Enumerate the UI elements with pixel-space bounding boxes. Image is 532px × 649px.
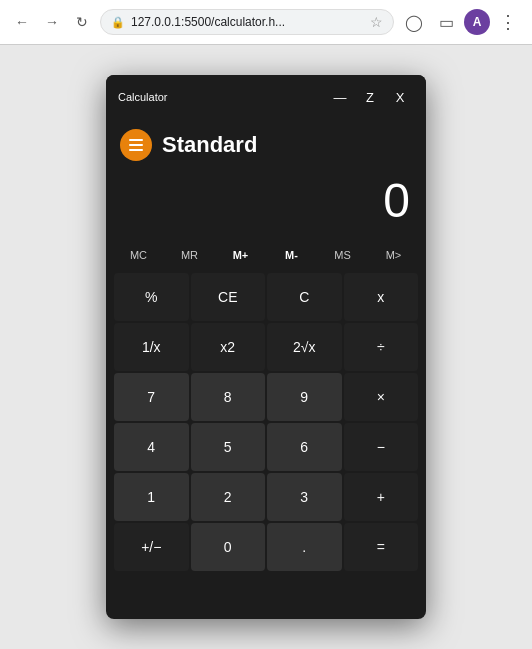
browser-chrome: ← → ↻ 🔒 127.0.0.1:5500/calculator.h... ☆… [0, 0, 532, 45]
reload-button[interactable]: ↻ [70, 10, 94, 34]
six-button[interactable]: 6 [267, 423, 342, 471]
window-controls: — Z X [326, 83, 414, 111]
sqrt-button[interactable]: 2√x [267, 323, 342, 371]
mminus-button[interactable]: M- [267, 241, 316, 269]
mc-button[interactable]: MC [114, 241, 163, 269]
page-content: Calculator — Z X Standard 0 MC [0, 45, 532, 649]
one-button[interactable]: 1 [114, 473, 189, 521]
ce-button[interactable]: CE [191, 273, 266, 321]
ms-button[interactable]: MS [318, 241, 367, 269]
square-button[interactable]: x2 [191, 323, 266, 371]
calculator-header: Standard [106, 119, 426, 167]
percent-button[interactable]: % [114, 273, 189, 321]
bookmark-icon[interactable]: ☆ [370, 14, 383, 30]
address-bar[interactable]: 🔒 127.0.0.1:5500/calculator.h... ☆ [100, 9, 394, 35]
reciprocal-button[interactable]: 1/x [114, 323, 189, 371]
profile-button[interactable]: A [464, 9, 490, 35]
negate-button[interactable]: +/− [114, 523, 189, 571]
eight-button[interactable]: 8 [191, 373, 266, 421]
equals-button[interactable]: = [344, 523, 419, 571]
menu-button[interactable]: ⋮ [494, 8, 522, 36]
forward-button[interactable]: → [40, 10, 64, 34]
button-grid: % CE C x 1/x x2 2√x ÷ 7 8 9 × 4 5 6 − 1 … [114, 273, 418, 571]
hamburger-icon [129, 139, 143, 151]
nine-button[interactable]: 9 [267, 373, 342, 421]
five-button[interactable]: 5 [191, 423, 266, 471]
four-button[interactable]: 4 [114, 423, 189, 471]
multiply-button[interactable]: × [344, 373, 419, 421]
mgt-button[interactable]: M> [369, 241, 418, 269]
window-title: Calculator [118, 91, 168, 103]
three-button[interactable]: 3 [267, 473, 342, 521]
minimize-button[interactable]: — [326, 83, 354, 111]
url-text: 127.0.0.1:5500/calculator.h... [131, 15, 285, 29]
mplus-button[interactable]: M+ [216, 241, 265, 269]
lock-icon: 🔒 [111, 16, 125, 29]
memory-row: MC MR M+ M- MS M> [114, 241, 418, 269]
title-bar: Calculator — Z X [106, 75, 426, 119]
maximize-button[interactable]: Z [356, 83, 384, 111]
seven-button[interactable]: 7 [114, 373, 189, 421]
hamburger-menu-button[interactable] [120, 129, 152, 161]
extensions-button[interactable]: ◯ [400, 8, 428, 36]
cast-button[interactable]: ▭ [432, 8, 460, 36]
zero-button[interactable]: 0 [191, 523, 266, 571]
backspace-button[interactable]: x [344, 273, 419, 321]
subtract-button[interactable]: − [344, 423, 419, 471]
calculator-buttons: MC MR M+ M- MS M> % CE C x 1/x x2 2√x ÷ … [106, 241, 426, 579]
two-button[interactable]: 2 [191, 473, 266, 521]
calculator-window: Calculator — Z X Standard 0 MC [106, 75, 426, 619]
add-button[interactable]: + [344, 473, 419, 521]
calculator-display: 0 [106, 167, 426, 241]
back-button[interactable]: ← [10, 10, 34, 34]
mr-button[interactable]: MR [165, 241, 214, 269]
display-value: 0 [122, 177, 410, 225]
clear-button[interactable]: C [267, 273, 342, 321]
calculator-mode: Standard [162, 132, 257, 158]
divide-button[interactable]: ÷ [344, 323, 419, 371]
close-button[interactable]: X [386, 83, 414, 111]
browser-right-controls: ◯ ▭ A ⋮ [400, 8, 522, 36]
decimal-button[interactable]: . [267, 523, 342, 571]
